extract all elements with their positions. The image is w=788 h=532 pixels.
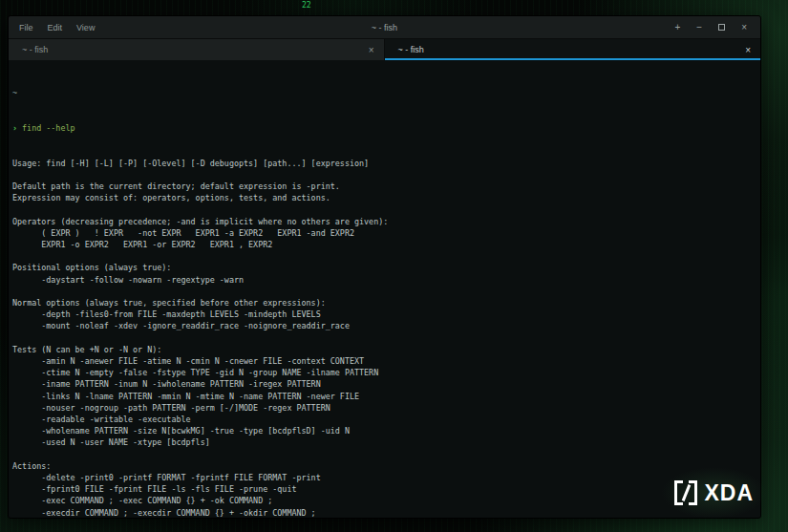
close-icon[interactable]: ×: [741, 23, 747, 32]
terminal-output-line: [12, 449, 756, 460]
terminal-output-line: -readable -writable -executable: [12, 414, 756, 425]
xda-watermark-text: XDA: [704, 480, 754, 505]
xda-bracket-right: [689, 480, 697, 505]
terminal-output-line: EXPR1 -o EXPR2 EXPR1 -or EXPR2 EXPR1 , E…: [12, 239, 756, 250]
terminal-output-line: -mount -noleaf -xdev -ignore_readdir_rac…: [12, 320, 756, 331]
terminal-output-line: Normal options (always true, specified b…: [12, 297, 756, 309]
terminal-output-line: -depth -files0-from FILE -maxdepth LEVEL…: [12, 309, 756, 320]
tab-label: ~ - fish: [22, 45, 367, 54]
window-title: ~ - fish: [9, 23, 760, 32]
terminal-output-line: [12, 169, 756, 181]
terminal-output-line: -amin N -anewer FILE -atime N -cmin N -c…: [12, 355, 756, 367]
terminal-output-line: -delete -print0 -printf FORMAT -fprintf …: [12, 472, 756, 483]
maximize-icon[interactable]: [718, 24, 725, 31]
terminal-cwd-line: ~: [12, 87, 756, 98]
terminal-output-line: -wholename PATTERN -size N[bcwkMG] -true…: [12, 425, 756, 436]
terminal-output-line: Usage: find [-H] [-L] [-P] [-Olevel] [-D…: [12, 158, 756, 169]
terminal-window: File Edit View ~ - fish + − × ~ - fish ×…: [8, 15, 761, 519]
terminal-output-line: -daystart -follow -nowarn -regextype -wa…: [12, 274, 756, 286]
terminal-content[interactable]: ~ ›find --help Usage: find [-H] [-L] [-P…: [9, 60, 760, 518]
window-controls: + − ×: [674, 23, 760, 32]
menu-edit[interactable]: Edit: [48, 23, 63, 32]
terminal-output: Usage: find [-H] [-L] [-P] [-Olevel] [-D…: [12, 158, 756, 518]
menubar: File Edit View: [9, 23, 95, 32]
xda-watermark: XDA: [674, 480, 754, 505]
terminal-output-line: Expression may consist of: operators, op…: [12, 192, 756, 203]
prompt-chevron-icon: ›: [12, 123, 17, 133]
terminal-output-line: -iname PATTERN -inum N -iwholename PATTE…: [12, 378, 756, 390]
terminal-output-line: -links N -lname PATTERN -mmin N -mtime N…: [12, 391, 756, 402]
tab-close-icon[interactable]: ×: [743, 45, 753, 55]
terminal-output-line: -fprint0 FILE -fprint FILE -ls -fls FILE…: [12, 483, 756, 495]
tab-bar: ~ - fish × ~ - fish ×: [9, 39, 760, 60]
terminal-output-line: Default path is the current directory; d…: [12, 181, 756, 192]
terminal-output-line: [12, 286, 756, 297]
xda-bracket-left: [674, 480, 683, 505]
terminal-output-line: -ctime N -empty -false -fstype TYPE -gid…: [12, 367, 756, 378]
terminal-output-line: Actions:: [12, 460, 756, 472]
minimize-icon[interactable]: −: [696, 23, 702, 32]
terminal-output-line: [12, 250, 756, 262]
terminal-output-line: ( EXPR ) ! EXPR -not EXPR EXPR1 -a EXPR2…: [12, 227, 756, 239]
terminal-output-line: Operators (decreasing precedence; -and i…: [12, 216, 756, 227]
terminal-output-line: -execdir COMMAND ; -execdir COMMAND {} +…: [12, 507, 756, 518]
command-text: find --help: [22, 123, 75, 133]
desktop-wallpaper: 22 File Edit View ~ - fish + − × ~ - fis…: [0, 0, 788, 532]
tab-fish-active[interactable]: ~ - fish ×: [385, 39, 761, 60]
wallpaper-matrix-glyph: 22: [302, 1, 311, 10]
terminal-output-line: -nouser -nogroup -path PATTERN -perm [-/…: [12, 402, 756, 414]
titlebar: File Edit View ~ - fish + − ×: [9, 16, 760, 39]
tab-fish-inactive[interactable]: ~ - fish ×: [9, 39, 385, 60]
terminal-output-line: -exec COMMAND ; -exec COMMAND {} + -ok C…: [12, 495, 756, 506]
terminal-output-line: Positional options (always true):: [12, 262, 756, 273]
tab-label: ~ - fish: [398, 45, 744, 54]
terminal-output-line: -used N -user NAME -xtype [bcdpfls]: [12, 436, 756, 448]
xda-logo-icon: [674, 480, 697, 505]
terminal-output-line: [12, 332, 756, 344]
new-tab-icon[interactable]: +: [674, 23, 680, 32]
menu-file[interactable]: File: [19, 23, 33, 32]
terminal-prompt-line: ›find --help: [12, 122, 756, 134]
terminal-output-line: [12, 203, 756, 215]
menu-view[interactable]: View: [76, 23, 95, 32]
terminal-output-line: Tests (N can be +N or -N or N):: [12, 344, 756, 355]
tab-close-icon[interactable]: ×: [367, 45, 376, 55]
